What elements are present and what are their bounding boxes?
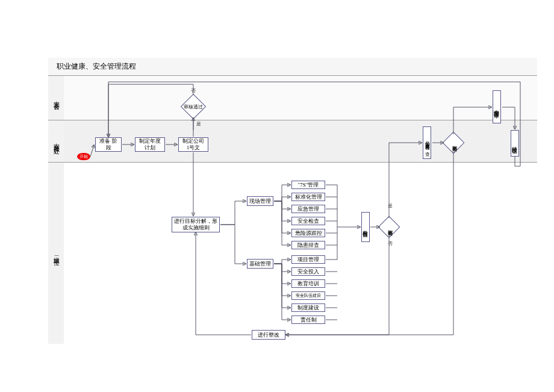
- rectify-box: 进行整改: [252, 330, 285, 340]
- proj-box: 项目管理: [291, 255, 325, 264]
- 7s-box: "7S"管理: [291, 181, 325, 189]
- system-box: 制度建设: [291, 303, 325, 312]
- prepare-box: 准备 阶段: [95, 137, 122, 152]
- annual-plan-box: 制定年度 计划: [135, 137, 165, 152]
- site-mgmt-box: 现场管理: [247, 196, 273, 206]
- resp-box: 责任制: [291, 316, 325, 324]
- inspect-box: 安全检查: [291, 217, 325, 225]
- emerg-box: 应急管理: [291, 205, 325, 213]
- assess-box: 安全管理评审: [493, 90, 501, 123]
- swimlane-label-2: 安全环保处: [48, 120, 64, 163]
- hidden-box: 隐患排查: [291, 241, 325, 249]
- invest-box: 安全投入: [291, 267, 325, 276]
- supervise-box: 公司安全监督检 查: [423, 126, 431, 159]
- decision-no-label: 否: [191, 87, 196, 94]
- swimlane-label-1: 安委会: [48, 76, 64, 120]
- req1-yes-label: 是: [388, 202, 393, 209]
- team-box: 安全队伍建设: [291, 291, 325, 300]
- start-node: 开始: [77, 153, 90, 160]
- improve-box: 持续改进: [511, 130, 519, 157]
- base-mgmt-box: 基础管理: [247, 259, 273, 269]
- std-box: 标准化管理: [291, 193, 325, 201]
- self-check-box: 自检自查: [361, 212, 370, 242]
- decision-yes-label: 是: [196, 120, 201, 127]
- req1-no-label: 否: [388, 240, 393, 247]
- hazard-box: 危险源跟控: [291, 229, 325, 237]
- edu-box: 教育培训: [291, 279, 325, 288]
- decompose-box: 进行目标分解，形 成实施细则: [172, 217, 220, 232]
- company-doc-box: 制定公司 1号文: [178, 137, 208, 152]
- swimlane-label-3: 二级单位: [48, 163, 64, 344]
- swimlane-1: [64, 76, 537, 120]
- diagram-title: 职业健康、安全管理流程: [48, 58, 537, 76]
